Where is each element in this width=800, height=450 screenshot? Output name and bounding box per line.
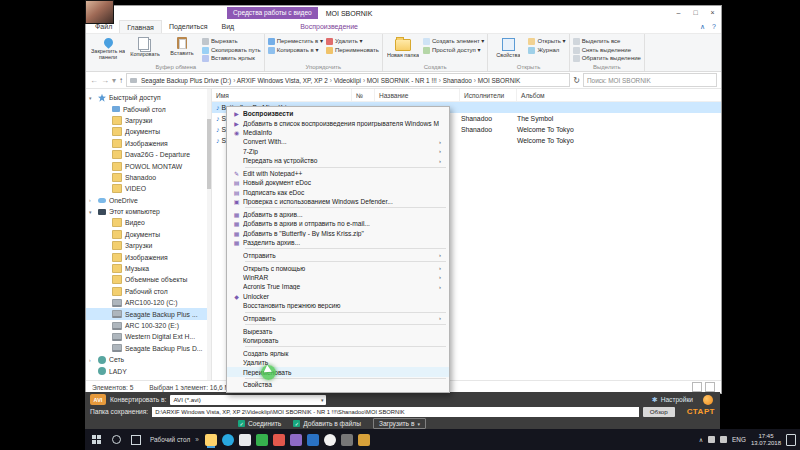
toolbar-overflow-icon[interactable]: » [195, 436, 199, 443]
column-header[interactable]: Имя [212, 89, 352, 101]
sidebar-item[interactable]: › Сеть [86, 354, 211, 365]
sidebar-item[interactable]: Seagate Backup Plus D... [86, 343, 211, 354]
context-menu-item[interactable]: Копировать [227, 336, 449, 345]
back-icon[interactable]: ← [90, 76, 98, 85]
context-menu-item[interactable]: Отправить › [227, 314, 449, 323]
chevron-icon[interactable]: ▾ [89, 95, 95, 101]
taskbar-app-icon[interactable] [324, 434, 336, 446]
breadcrumb-item[interactable]: MOI SBORNIK - NR 1 !!! [362, 77, 438, 84]
settings-button[interactable]: ✱ Настройки [652, 396, 693, 404]
new-folder-button[interactable]: Новая папка [386, 36, 420, 58]
sidebar-item[interactable]: ▾ Быстрый доступ [86, 92, 211, 103]
checkbox-icon[interactable]: ✓ [293, 420, 300, 427]
new-item-button[interactable]: Создать элемент ▾ [423, 38, 484, 45]
sidebar-item[interactable]: Объемные объекты [86, 274, 211, 285]
sidebar-scrollbar[interactable] [207, 89, 211, 380]
taskbar-app-icon[interactable] [341, 434, 353, 446]
select-none-button[interactable]: Снять выделение [573, 47, 641, 54]
context-menu-item[interactable]: ▶ Воспроизвести [227, 109, 449, 118]
format-select[interactable]: AVI (*.avi) ▾ [170, 395, 326, 405]
sidebar-item[interactable]: LADY [86, 365, 211, 376]
context-menu-item[interactable]: Отправить › [227, 251, 449, 260]
sidebar-item[interactable]: Документы [86, 229, 211, 240]
context-menu-item[interactable]: Создать ярлык [227, 349, 449, 358]
context-menu-item[interactable]: 7-Zip › [227, 147, 449, 156]
sidebar-item[interactable]: Dava26G - Departure [86, 149, 211, 160]
search-input[interactable]: Поиск: MOI SBORNIK [583, 73, 717, 87]
sidebar-item[interactable]: ▾ Этот компьютер [86, 206, 211, 217]
breadcrumb-item[interactable]: Seagate Backup Plus Drive (D:) [140, 77, 232, 84]
copy-to-button[interactable]: Копировать в ▾ [268, 47, 323, 54]
context-menu-item[interactable]: ▦ Добавить в архив... [227, 210, 449, 219]
tray-icon[interactable] [720, 436, 727, 443]
ribbon-tab[interactable]: Главная [119, 20, 162, 34]
refresh-icon[interactable]: ↻ [573, 76, 580, 85]
ribbon-collapse-icon[interactable]: ∧ [700, 23, 705, 31]
tray-icon[interactable] [708, 436, 715, 443]
sidebar-item[interactable]: ARC100-120 (C:) [86, 297, 211, 308]
converter-option[interactable]: ✓ Добавить в файлы [293, 420, 361, 427]
desktop-toolbar-label[interactable]: Рабочий стол [150, 436, 190, 443]
sidebar-item[interactable]: Изображения [86, 251, 211, 262]
history-button[interactable]: Журнал [528, 47, 565, 54]
column-header[interactable]: Альбом [517, 89, 721, 101]
context-menu-item[interactable] [245, 248, 446, 249]
ribbon-tab[interactable]: Поделиться [162, 20, 215, 33]
sidebar-item[interactable]: ARC 100-320 (E:) [86, 320, 211, 331]
minimize-button[interactable]: – [670, 6, 687, 20]
breadcrumb-item[interactable]: Shanadoo [438, 77, 473, 84]
browse-button[interactable]: Обзор [643, 407, 675, 417]
language-indicator[interactable]: ENG [732, 436, 746, 443]
chevron-icon[interactable]: › [89, 197, 95, 203]
checkbox-icon[interactable]: ✓ [238, 420, 245, 427]
context-menu-item[interactable]: ▦ Добавить в архив и отправить по e-mail… [227, 219, 449, 228]
easy-access-button[interactable]: Простой доступ ▾ [423, 47, 484, 54]
context-menu-item[interactable] [245, 207, 446, 208]
sidebar-item[interactable]: Рабочий стол [86, 286, 211, 297]
context-menu-item[interactable]: ▤ Подписать как eDoc [227, 188, 449, 197]
tray-expand-icon[interactable]: ∧ [699, 436, 703, 443]
ribbon-tab[interactable]: Вид [215, 20, 242, 33]
context-menu-item[interactable]: ◉ MediaInfo [227, 128, 449, 137]
taskbar-app-icon[interactable] [273, 434, 285, 446]
pin-to-quick-access-button[interactable]: Закрепить на панели быстрого доступа [91, 36, 125, 61]
breadcrumb[interactable]: Seagate Backup Plus Drive (D:) ARXIF Win… [126, 73, 570, 87]
sidebar-item[interactable]: Рабочий стол [86, 103, 211, 114]
invert-selection-button[interactable]: Обратить выделение [573, 55, 641, 62]
close-button[interactable]: × [704, 6, 721, 20]
context-menu-item[interactable] [245, 261, 446, 262]
help-icon[interactable]: ? [712, 23, 716, 31]
select-all-button[interactable]: Выделить все [573, 38, 641, 45]
taskbar-app-explorer[interactable] [205, 434, 217, 446]
context-menu-item[interactable] [245, 378, 446, 379]
sidebar-item[interactable]: Изображения [86, 138, 211, 149]
details-view-icon[interactable] [692, 382, 702, 392]
save-folder-input[interactable]: D:\ARXIF Windows Vista, XP, XP 2\Videokl… [152, 407, 639, 417]
context-menu-item[interactable]: Свойства [227, 380, 449, 389]
video-tools-contextual-tab[interactable]: Средства работы с видео [227, 7, 318, 19]
context-menu-item[interactable]: Удалить [227, 358, 449, 367]
context-menu-item[interactable]: ▦ Разделить архив... [227, 238, 449, 247]
properties-button[interactable]: Свойства [491, 36, 525, 58]
sidebar-item[interactable]: Western Digital Ext H... [86, 331, 211, 342]
ribbon-tab[interactable]: Воспроизведение [293, 20, 365, 33]
copy-button[interactable]: Копировать [128, 36, 162, 57]
context-menu-item[interactable]: ✎ Edit with Notepad++ [227, 169, 449, 178]
taskbar-app-icon[interactable] [358, 434, 370, 446]
maximize-button[interactable]: □ [687, 6, 704, 20]
paste-button[interactable]: Вставить [165, 36, 199, 56]
context-menu-item[interactable]: Вырезать [227, 326, 449, 335]
sidebar-item[interactable]: VIDEO [86, 183, 211, 194]
chevron-icon[interactable]: ▾ [89, 209, 95, 215]
context-menu-item[interactable]: ◆ Unlocker [227, 292, 449, 301]
cut-button[interactable]: Вырезать [202, 38, 261, 45]
start-button[interactable] [87, 429, 105, 450]
converter-option[interactable]: ✓ Соединить [238, 420, 281, 427]
sidebar-item[interactable]: Shanadoo [86, 172, 211, 183]
breadcrumb-item[interactable]: ARXIF Windows Vista, XP, XP 2 [232, 77, 329, 84]
sidebar-item[interactable]: Документы [86, 126, 211, 137]
context-menu-item[interactable]: Передать на устройство › [227, 156, 449, 165]
notification-center-icon[interactable] [786, 434, 796, 446]
column-header[interactable]: Исполнители [460, 89, 517, 101]
taskbar-app-icon[interactable] [307, 434, 319, 446]
